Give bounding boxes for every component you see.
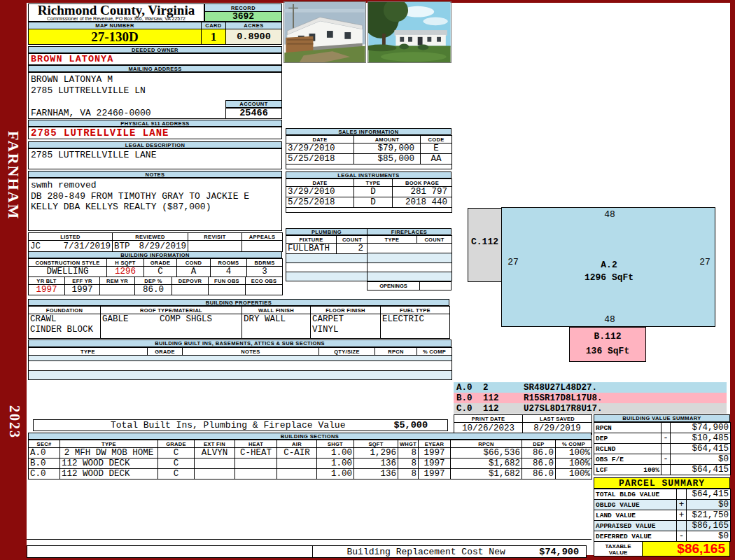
yrblt-value: 1997 [29, 285, 65, 295]
parcel-summary-title: PARCEL SUMMARY [594, 477, 730, 489]
sketch-dim-right: 27 [696, 257, 713, 267]
fireplace-empty-row [368, 253, 452, 262]
section-row: A.0 2 MFH DW MOB HOME C ALVYN C-HEAT C-A… [29, 448, 592, 458]
taxable-value-label: TAXABLE VALUE [594, 541, 643, 556]
legal-description-label: LEGAL DESCRIPTION [28, 141, 282, 148]
property-photo-1-image [284, 2, 365, 62]
built-ins-rpcn-header: RPCN [375, 348, 417, 356]
mailing-line-2: 2785 LUTTRELLVILLE LN [31, 85, 281, 97]
floor-finish-value: CARPETVINYL [311, 314, 381, 339]
parcel-row: APPRAISED VALUE $86,165 [594, 521, 731, 531]
construction-style-header: CONSTRUCTION STYLE [29, 259, 107, 267]
county-title-block: Richmond County, Virginia Commissioner o… [28, 4, 204, 22]
building-value-summary-title: BUILDING VALUE SUMMARY [594, 414, 730, 422]
building-info-row2: YR BLT EFF YR REM YR DEP % DEPOVR FUN OB… [28, 276, 282, 295]
openings-label: OPENINGS [367, 281, 420, 290]
ecoobs-value [246, 285, 283, 295]
instrument-type-header: TYPE [354, 179, 393, 187]
building-sections-table: SEC# TYPE GRADE EXT FIN HEAT AIR SHGT SQ… [28, 440, 592, 477]
built-ins-grade-header: GRADE [148, 348, 183, 356]
fixture-header: FIXTURE [286, 236, 337, 244]
yrblt-header: YR BLT [29, 277, 65, 285]
replacement-cost-label: Building Replacement Cost New [313, 547, 539, 557]
fuel-type-header: FUEL TYPE [381, 307, 450, 314]
sketch-section-a-label: A.2 [584, 260, 634, 270]
sketch-section-b-label: B.112 [570, 331, 645, 342]
sketch-legend-row-b: B.0 112 R15SR17D8L17U8. [454, 393, 727, 403]
funobs-value [209, 285, 246, 295]
fireplace-empty-row [368, 262, 452, 272]
total-built-ins-bar: Total Built Ins, Plumbing & Fireplace Va… [33, 419, 448, 431]
built-ins-type-header: TYPE [29, 348, 148, 356]
instrument-book-header: BOOK PAGE [393, 179, 452, 187]
building-information-title: BUILDING INFORMATION [28, 251, 282, 258]
legal-instruments-table: DATE TYPE BOOK PAGE 3/29/2010 D 281 797 … [286, 178, 451, 212]
foundation-header: FOUNDATION [29, 307, 101, 314]
tax-year-label: 2023 [4, 396, 22, 448]
sales-row: 5/25/2018 $85,000 AA [286, 154, 452, 164]
sketch-dim-top: 48 [599, 209, 620, 220]
fixture-count-header: COUNT [337, 236, 368, 244]
foundation-value: CRAWLCINDER BLOCK [29, 314, 101, 339]
record-value: 3692 [204, 11, 282, 22]
grade-header: GRADE [144, 259, 177, 267]
sections-header-type: TYPE [60, 440, 158, 448]
property-photo-1 [284, 1, 366, 63]
grade-value: C [144, 267, 177, 277]
wall-finish-value: DRY WALL [242, 314, 311, 339]
sections-header-grade: GRADE [158, 440, 195, 448]
effyr-value: 1997 [65, 285, 100, 295]
sales-empty-row [286, 164, 452, 169]
bvs-row: RCLND $64,415 [594, 444, 731, 454]
built-ins-comp-header: % COMP [417, 348, 452, 356]
plumbing-empty-row [286, 254, 368, 263]
taxable-value: $86,165 [642, 541, 730, 556]
built-ins-title: BUILDING BUILT INS, BASEMENTS, ATTICS & … [28, 340, 451, 347]
acres-value: 0.8900 [225, 29, 282, 45]
appeals-header: APPEALS [242, 233, 283, 241]
last-saved-header: LAST SAVED [523, 415, 592, 423]
built-ins-qty-header: QTY/SIZE [319, 348, 375, 356]
instrument-empty-row [286, 208, 452, 213]
dep-header: DEP % [135, 277, 172, 285]
effyr-header: EFF YR [65, 277, 100, 285]
county-title: Richmond County, Virginia [29, 4, 204, 16]
sketch-section-b: B.112 136 SqFt [569, 327, 646, 362]
floor-finish-header: FLOOR FINISH [311, 307, 381, 314]
sales-amount-header: AMOUNT [354, 136, 421, 144]
depovr-header: DEPOVR [172, 277, 209, 285]
mailing-line-1: BROWN LATONYA M [31, 74, 281, 85]
sketch-section-c: C.112 [468, 208, 502, 282]
mailing-address-label: MAILING ADDRESS [28, 65, 282, 72]
replacement-cost-value: $74,900 [539, 547, 579, 557]
dep-value: 86.0 [135, 285, 172, 295]
depovr-value [172, 285, 209, 295]
sections-header-air: AIR [277, 440, 317, 448]
notes-line-3: KELLY DBA KELLYS REALTY ($87,000) [31, 202, 281, 213]
built-ins-empty-row [29, 371, 452, 380]
revisit-value [188, 241, 242, 252]
openings-value [419, 281, 451, 290]
cond-value: A [177, 267, 211, 277]
property-photo-2-image [368, 2, 451, 62]
building-properties-table: FOUNDATION ROOF TYPE/MATERIAL WALL FINIS… [28, 306, 449, 338]
sections-header-sec: SEC# [29, 440, 60, 448]
instrument-date-header: DATE [286, 179, 354, 187]
property-photo-2 [368, 1, 451, 63]
sales-table: DATE AMOUNT CODE 3/29/2010 $79,000 E 5/2… [286, 135, 451, 169]
total-built-ins-label: Total Built Ins, Plumbing & Fireplace Va… [111, 420, 345, 430]
sketch-dim-bottom: 48 [599, 314, 620, 325]
sales-date-header: DATE [286, 136, 354, 144]
notes-line-2: DB 280-849 FROM TIMOTHY GRAY TO JACKIE E [31, 191, 281, 202]
reviewed-value: BTP8/29/2019 [113, 241, 188, 252]
hsqft-header: H SQFT [107, 259, 144, 267]
parcel-row: TOTAL BLDG VALUE $64,415 [594, 489, 731, 500]
funobs-header: FUN OBS [209, 277, 246, 285]
fireplaces-table: TYPE COUNT [367, 235, 451, 281]
print-info-table: PRINT DATE LAST SAVED 10/26/2023 8/29/20… [454, 414, 592, 434]
bvs-row: DEP - $10,485 [594, 433, 731, 444]
sections-header-shgt: SHGT [317, 440, 354, 448]
sections-header-extfin: EXT FIN [195, 440, 235, 448]
sections-header-eyear: EYEAR [419, 440, 451, 448]
rooms-header: ROOMS [211, 259, 247, 267]
